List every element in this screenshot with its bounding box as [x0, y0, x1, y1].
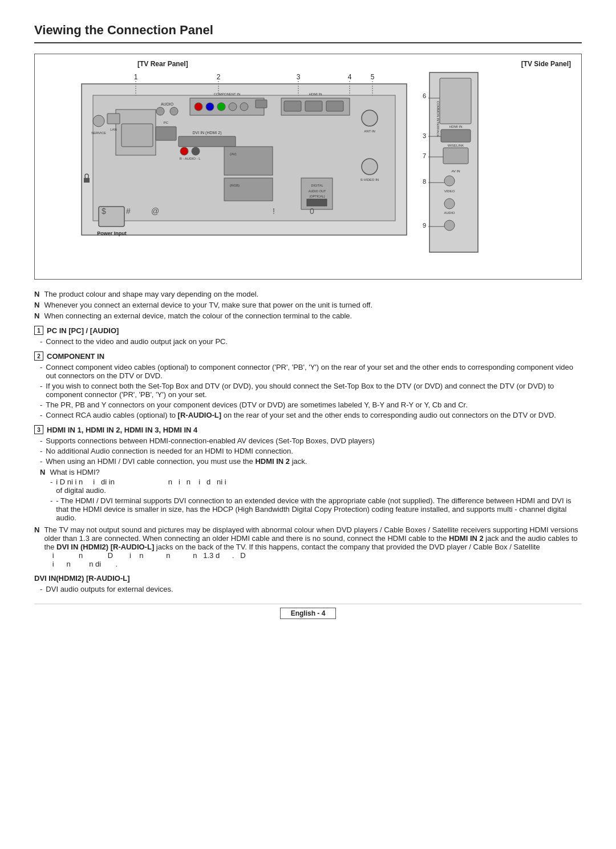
- svg-text:(RGB): (RGB): [230, 184, 240, 187]
- svg-text:9: 9: [423, 222, 426, 229]
- svg-text:0: 0: [310, 207, 314, 216]
- svg-text:!: !: [273, 207, 275, 216]
- svg-point-15: [217, 103, 225, 111]
- svg-text:Power Input: Power Input: [97, 231, 127, 236]
- svg-rect-18: [256, 100, 267, 108]
- bullet-pc-in-1: - Connect to the video and audio output …: [34, 337, 582, 346]
- svg-point-40: [362, 110, 378, 126]
- section-hdmi-in: 3 HDMI IN 1, HDMI IN 2, HDMI IN 3, HDMI …: [34, 425, 582, 568]
- bullet-hdmi-what-1: - i D ni i n i di in n i n i d ni iof di…: [34, 478, 582, 495]
- svg-text:SERVICE: SERVICE: [91, 131, 106, 135]
- note-bullet-1: N: [34, 290, 39, 298]
- svg-rect-29: [156, 127, 176, 140]
- notes-section: N The product colour and shape may vary …: [34, 290, 582, 320]
- bullet-hdmi-1: - Supports connections between HDMI-conn…: [34, 436, 582, 445]
- svg-rect-66: [443, 148, 468, 164]
- bullet-component-3: - The PR, PB and Y connectors on your co…: [34, 401, 582, 409]
- note-item-2: N Whenever you connect an external devic…: [34, 301, 582, 309]
- svg-text:(OPTICAL): (OPTICAL): [309, 195, 325, 198]
- svg-text:S-VIDEO IN: S-VIDEO IN: [360, 178, 379, 181]
- connection-diagram: PC SERVICE LAN AUDIO COMPONENT IN: [42, 67, 589, 272]
- bullet-hdmi-what-2: - - The HDMI / DVI terminal supports DVI…: [34, 496, 582, 522]
- svg-text:AV IN: AV IN: [451, 169, 460, 173]
- bullet-dvi-1: - DVI audio outputs for external devices…: [34, 585, 582, 593]
- note-bullet-2: N: [34, 301, 39, 309]
- svg-point-26: [180, 147, 188, 155]
- svg-point-4: [93, 115, 104, 127]
- svg-text:5: 5: [371, 73, 375, 81]
- section-pc-in: 1 PC IN [PC] / [AUDIO] - Connect to the …: [34, 326, 582, 346]
- section-heading-dvi-in: DVI IN(HDMI2) [R-AUDIO-L]: [34, 574, 130, 583]
- bullet-hdmi-3: - When using an HDMI / DVI cable connect…: [34, 457, 582, 466]
- svg-text:AUDIO OUT: AUDIO OUT: [309, 189, 326, 193]
- hdmi-what-note: N What is HDMI?: [40, 468, 582, 476]
- svg-text:PC: PC: [164, 121, 169, 124]
- bullet-component-1: - Connect component video cables (option…: [34, 363, 582, 380]
- svg-rect-22: [305, 101, 322, 111]
- svg-rect-31: [224, 147, 273, 175]
- note-bullet-3: N: [34, 312, 39, 320]
- section-badge-pc-in: 1: [34, 326, 43, 335]
- svg-point-13: [194, 103, 202, 111]
- note-item-1: N The product colour and shape may vary …: [34, 290, 582, 298]
- svg-rect-62: [441, 130, 471, 142]
- section-heading-pc-in: PC IN [PC] / [AUDIO]: [47, 326, 119, 335]
- svg-text:COMMON INTERFACE: COMMON INTERFACE: [436, 101, 440, 137]
- svg-rect-44: [121, 124, 153, 147]
- svg-point-9: [156, 107, 164, 115]
- section-dvi-in: DVI IN(HDMI2) [R-AUDIO-L] - DVI audio ou…: [34, 574, 582, 593]
- svg-rect-59: [440, 78, 471, 124]
- svg-text:#: #: [126, 207, 131, 216]
- svg-text:AUDIO: AUDIO: [444, 211, 455, 215]
- svg-text:DVI IN (HDMI 2): DVI IN (HDMI 2): [193, 131, 222, 135]
- svg-text:LAN: LAN: [110, 128, 117, 131]
- svg-text:3: 3: [423, 132, 426, 139]
- svg-text:3: 3: [297, 73, 301, 81]
- bullet-component-4: - Connect RCA audio cables (optional) to…: [34, 411, 582, 419]
- svg-text:AUDIO: AUDIO: [161, 102, 174, 106]
- svg-text:VIDEO: VIDEO: [444, 189, 455, 193]
- svg-text:ANT IN: ANT IN: [364, 130, 375, 133]
- section-component-in: 2 COMPONENT IN - Connect component video…: [34, 351, 582, 419]
- section-badge-component-in: 2: [34, 351, 43, 361]
- svg-rect-23: [326, 101, 343, 111]
- svg-point-16: [229, 103, 237, 111]
- svg-text:WISELINK: WISELINK: [448, 144, 464, 147]
- section-badge-hdmi-in: 3: [34, 425, 43, 434]
- svg-rect-6: [107, 114, 120, 124]
- svg-rect-39: [307, 199, 327, 206]
- svg-point-14: [206, 103, 214, 111]
- svg-point-75: [444, 199, 455, 209]
- svg-text:R - AUDIO - L: R - AUDIO - L: [179, 157, 201, 160]
- svg-point-10: [170, 107, 178, 115]
- bullet-component-2: - If you wish to connect both the Set-To…: [34, 382, 582, 399]
- svg-point-17: [240, 103, 248, 111]
- diagram-container: [TV Side Panel] [TV Rear Panel] PC SERVI…: [34, 54, 582, 280]
- svg-text:2: 2: [217, 73, 221, 81]
- svg-text:@: @: [151, 207, 159, 216]
- svg-rect-21: [284, 101, 301, 111]
- svg-text:HDMI IN: HDMI IN: [309, 92, 322, 96]
- svg-point-71: [444, 176, 455, 186]
- hdmi-tv-note: N The TV may not output sound and pictur…: [34, 525, 582, 568]
- svg-point-27: [192, 147, 200, 155]
- svg-text:6: 6: [423, 92, 426, 99]
- svg-text:1: 1: [134, 73, 138, 81]
- svg-text:COMPONENT IN: COMPONENT IN: [214, 92, 241, 96]
- section-heading-hdmi-in: HDMI IN 1, HDMI IN 2, HDMI IN 3, HDMI IN…: [47, 426, 197, 434]
- svg-text:8: 8: [423, 178, 426, 185]
- svg-text:DIGITAL: DIGITAL: [311, 184, 323, 187]
- svg-rect-25: [179, 136, 236, 147]
- svg-text:$: $: [102, 207, 106, 216]
- page-footer: English - 4: [34, 604, 582, 619]
- svg-rect-33: [224, 178, 273, 201]
- svg-text:7: 7: [423, 152, 426, 159]
- footer-box: English - 4: [280, 608, 337, 619]
- section-heading-component-in: COMPONENT IN: [47, 352, 104, 361]
- svg-point-42: [362, 159, 378, 175]
- page-title: Viewing the Connection Panel: [34, 23, 582, 43]
- svg-text:(AV): (AV): [230, 152, 237, 156]
- svg-point-77: [444, 220, 455, 231]
- svg-text:4: 4: [348, 73, 352, 81]
- note-item-3: N When connecting an external device, ma…: [34, 312, 582, 320]
